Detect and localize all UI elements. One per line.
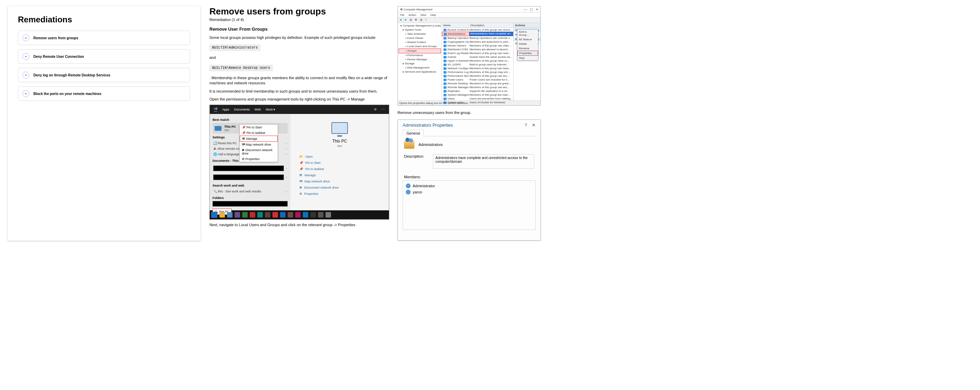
tree-node[interactable]: • Local Users and Groups <box>399 44 441 49</box>
tab-more[interactable]: More ▾ <box>266 108 275 111</box>
group-row[interactable]: 👥 Access Control Assist...Members of thi… <box>442 28 513 32</box>
doc-row-2[interactable]: › <box>213 173 288 182</box>
more-icon[interactable]: ⋯ <box>382 108 385 111</box>
group-row[interactable]: 👥 docker-usersUsers of Docker for Window… <box>442 100 513 104</box>
minimize-icon[interactable]: — <box>523 8 527 11</box>
member-row[interactable]: yaron <box>405 189 533 195</box>
taskbar-app-icon[interactable] <box>288 212 293 217</box>
group-row[interactable]: 👥 GuestsGuests have the same access as..… <box>442 55 513 59</box>
group-row[interactable]: 👥 UsersUsers are prevented from making..… <box>442 97 513 100</box>
tab-general[interactable]: General <box>402 130 424 136</box>
group-row[interactable]: 👥 Hyper-V AdministratorsMembers of this … <box>442 59 513 63</box>
tree-node[interactable]: • Device Manager <box>399 57 441 62</box>
tab-documents[interactable]: Documents <box>234 108 250 111</box>
group-row[interactable]: 👥 System Managed Acc...Members of this g… <box>442 93 513 97</box>
action-item[interactable]: 📌Pin to taskbar <box>299 166 389 172</box>
group-row[interactable]: 👥 Performance Log UsersMembers of this g… <box>442 70 513 74</box>
tree-node[interactable]: • Event Viewer <box>399 36 441 40</box>
tree-node[interactable]: ▸ System Tools <box>399 28 441 32</box>
menu-file[interactable]: File <box>400 13 404 16</box>
ctx-disconnect-drive[interactable]: ✖ Disconnect network drive <box>240 147 278 156</box>
remediation-card[interactable]: ●Remove users from groups <box>18 31 190 45</box>
menu-action[interactable]: Action <box>409 13 416 16</box>
group-row[interactable]: 👥 Remote Desktop UsersMembers in this gr… <box>442 82 513 86</box>
taskbar-app-icon[interactable] <box>326 212 331 217</box>
tree-node[interactable]: • Groups <box>399 49 441 53</box>
tree-node[interactable]: ▸ Services and Applications <box>399 70 441 74</box>
menu-view[interactable]: View <box>420 13 426 16</box>
ctx-properties[interactable]: Properties <box>517 51 538 56</box>
menu-help[interactable]: Help <box>430 13 436 16</box>
ctx-pin-start[interactable]: 📌 Pin to Start <box>240 125 278 130</box>
ctx-all-tasks[interactable]: All Tasks ▸ <box>517 37 538 42</box>
toolbar-properties-icon[interactable]: ▦ <box>420 18 424 22</box>
action-item[interactable]: ⚙Properties <box>299 191 389 197</box>
taskbar-app-icon[interactable] <box>265 212 270 217</box>
group-row[interactable]: 👥 Cryptographic Operat...Members are aut… <box>442 40 513 44</box>
taskbar-app-icon[interactable] <box>272 212 278 217</box>
taskbar-app-icon[interactable] <box>303 212 308 217</box>
group-row[interactable]: 👥 Device OwnersMembers of this group can… <box>442 44 513 48</box>
start-button[interactable] <box>211 212 217 218</box>
group-row[interactable]: 👥 Performance Monitor...Members of this … <box>442 74 513 78</box>
ctx-rename[interactable]: Rename <box>517 46 538 51</box>
ctx-delete[interactable]: Delete <box>517 42 538 46</box>
ctx-map-drive[interactable]: 🗺 Map network drive <box>240 142 278 147</box>
taskbar-app-icon[interactable] <box>242 212 248 217</box>
remediation-card[interactable]: ●Deny Remote User Connection <box>18 49 190 64</box>
taskbar-app-icon[interactable] <box>295 212 301 217</box>
ctx-add-to-group[interactable]: Add to Group... <box>517 30 538 37</box>
remediation-card[interactable]: ●Deny log on through Remote Desktop Serv… <box>18 68 190 82</box>
tab-web[interactable]: Web <box>255 108 261 111</box>
group-row[interactable]: 👥 Message Capture UsersUsers belonging t… <box>442 104 513 106</box>
taskbar-app-icon[interactable] <box>250 212 255 217</box>
member-row[interactable]: Administrator <box>405 183 533 189</box>
feedback-icon[interactable]: ⟳ <box>374 108 377 111</box>
taskbar-app-icon[interactable] <box>257 212 263 217</box>
toolbar-up-icon[interactable]: ▤ <box>410 18 414 22</box>
tab-all[interactable]: All <box>214 107 217 112</box>
group-row[interactable]: 👥 Remote Management...Members of this gr… <box>442 86 513 89</box>
taskbar-app-icon[interactable] <box>280 212 286 217</box>
toolbar-forward-icon[interactable]: ► <box>404 18 408 22</box>
members-listbox[interactable]: Administrator yaron <box>402 181 536 230</box>
col-description[interactable]: Description <box>469 23 513 27</box>
group-row[interactable]: 👥 IIS_IUSRSBuilt-in group used by Intern… <box>442 63 513 67</box>
group-row[interactable]: 👥 Power UsersPower Users are included fo… <box>442 78 513 82</box>
remediation-card[interactable]: ●Block the ports on your remote machines <box>18 86 190 101</box>
close-icon[interactable]: ✕ <box>536 8 538 11</box>
group-row[interactable]: 👥 AdministratorsAdministrators have comp… <box>442 32 513 36</box>
col-name[interactable]: Name <box>442 23 469 27</box>
cm-tree[interactable]: ▸ Computer Management (Local)▸ System To… <box>398 23 442 100</box>
toolbar-back-icon[interactable]: ◄ <box>399 18 403 22</box>
action-item[interactable]: 📌Pin to Start <box>299 160 389 166</box>
tree-node[interactable]: • Task Scheduler <box>399 32 441 36</box>
maximize-icon[interactable]: ▢ <box>530 8 533 11</box>
close-icon[interactable]: ✕ <box>532 122 536 128</box>
toolbar-help-icon[interactable]: ? <box>425 18 429 22</box>
action-item[interactable]: 🗺Map network drive <box>299 178 389 184</box>
tree-node[interactable]: ▸ Computer Management (Local) <box>399 24 441 28</box>
group-row[interactable]: 👥 Backup OperatorsBackup Operators can o… <box>442 36 513 40</box>
action-item[interactable]: 🛠Manage <box>299 172 389 178</box>
taskbar-app-icon[interactable] <box>227 212 232 217</box>
tree-node[interactable]: • Disk Management <box>399 66 441 70</box>
taskbar-app-icon[interactable] <box>235 212 240 217</box>
group-row[interactable]: 👥 Network Configuratio...Members in this… <box>442 67 513 70</box>
doc-row-1[interactable]: › <box>213 164 288 173</box>
ctx-manage[interactable]: 🛠 Manage <box>240 136 278 142</box>
ctx-properties[interactable]: ⚙ Properties <box>240 156 278 162</box>
toolbar-delete-icon[interactable]: ✖ <box>415 18 418 22</box>
taskbar-app-icon[interactable] <box>318 212 323 217</box>
tab-apps[interactable]: Apps <box>222 108 229 111</box>
description-field[interactable]: Administrators have complete and unrestr… <box>433 154 534 169</box>
group-row[interactable]: 👥 Event Log ReadersMembers of this group… <box>442 51 513 55</box>
tree-node[interactable]: ▸ Storage <box>399 62 441 66</box>
taskbar-explorer-icon[interactable] <box>220 212 225 217</box>
help-icon[interactable]: ? <box>525 122 527 128</box>
ctx-pin-taskbar[interactable]: 📌 Pin to taskbar <box>240 130 278 136</box>
taskbar-app-icon[interactable] <box>310 212 316 217</box>
action-item[interactable]: ✖Disconnect network drive <box>299 184 389 191</box>
sww-item[interactable]: 🔍 this - See work and web results› <box>213 189 288 194</box>
group-row[interactable]: 👥 Distributed COM UsersMembers are allow… <box>442 48 513 51</box>
